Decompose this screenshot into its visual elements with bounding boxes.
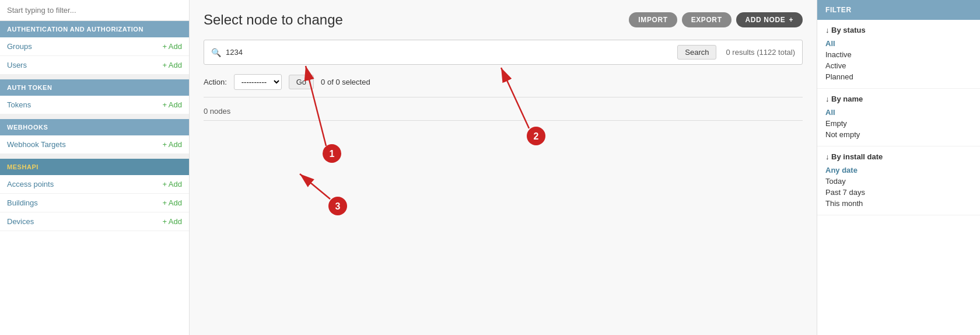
action-bar: Action: ---------- Go 0 of 0 selected <box>204 74 803 97</box>
search-input[interactable] <box>226 48 673 57</box>
sidebar-item-groups: Groups + Add <box>0 37 189 56</box>
filter-install-date-past7[interactable]: Past 7 days <box>825 187 972 198</box>
filter-status-arrow-icon: ↓ By status <box>825 26 866 34</box>
filter-name-arrow-icon: ↓ By name <box>825 95 863 103</box>
filter-status-planned[interactable]: Planned <box>825 71 972 82</box>
filter-name-empty[interactable]: Empty <box>825 118 972 129</box>
header-buttons: IMPORT EXPORT ADD NODE + <box>629 12 803 27</box>
action-label: Action: <box>204 78 227 86</box>
search-icon: 🔍 <box>211 48 221 57</box>
svg-text:2: 2 <box>534 131 539 141</box>
svg-point-6 <box>527 127 545 145</box>
sidebar-section-auth: AUTHENTICATION AND AUTHORIZATION <box>0 21 189 37</box>
results-count: 0 nodes <box>204 107 803 121</box>
sidebar-divider-1 <box>0 75 189 79</box>
main-content-area: Select node to change IMPORT EXPORT ADD … <box>190 0 817 335</box>
search-results-text: 0 results (1122 total) <box>726 48 795 57</box>
sidebar-divider-2 <box>0 114 189 119</box>
sidebar-item-users-add[interactable]: + Add <box>162 61 182 69</box>
sidebar-section-auth-token: AUTH TOKEN <box>0 79 189 96</box>
sidebar-item-devices-add[interactable]: + Add <box>162 217 182 226</box>
filter-by-status-title: ↓ By status <box>825 26 972 34</box>
sidebar-item-tokens-add[interactable]: + Add <box>162 100 182 109</box>
filter-status-inactive[interactable]: Inactive <box>825 49 972 60</box>
sidebar-filter-input[interactable] <box>0 0 189 21</box>
sidebar-item-groups-add[interactable]: + Add <box>162 42 182 51</box>
filter-section-status: ↓ By status All Inactive Active Planned <box>817 20 980 89</box>
svg-line-11 <box>300 174 330 199</box>
import-button[interactable]: IMPORT <box>629 12 677 27</box>
filter-by-name-title: ↓ By name <box>825 95 972 103</box>
sidebar-section-meshapi: MESHAPI <box>0 159 189 175</box>
sidebar-item-buildings-label[interactable]: Buildings <box>7 198 38 207</box>
sidebar-item-tokens: Tokens + Add <box>0 96 189 114</box>
sidebar-item-buildings: Buildings + Add <box>0 194 189 212</box>
filter-install-date-today[interactable]: Today <box>825 176 972 187</box>
filter-install-date-this-month[interactable]: This month <box>825 198 972 209</box>
sidebar-section-webhooks: WEBHOOKS <box>0 119 189 135</box>
filter-sidebar: FILTER ↓ By status All Inactive Active P… <box>817 0 980 335</box>
page-title: Select node to change <box>204 12 343 28</box>
page-header: Select node to change IMPORT EXPORT ADD … <box>204 12 803 28</box>
action-select[interactable]: ---------- <box>234 74 282 90</box>
filter-install-date-any[interactable]: Any date <box>825 165 972 176</box>
sidebar-item-users-label[interactable]: Users <box>7 61 27 69</box>
filter-install-date-arrow-icon: ↓ By install date <box>825 152 883 161</box>
svg-point-9 <box>328 197 347 215</box>
sidebar-item-webhook-targets: Webhook Targets + Add <box>0 135 189 154</box>
sidebar-item-groups-label[interactable]: Groups <box>7 42 32 51</box>
search-button[interactable]: Search <box>677 45 716 60</box>
selected-count: 0 of 0 selected <box>321 78 370 86</box>
filter-header: FILTER <box>817 0 980 20</box>
sidebar-item-access-points-add[interactable]: + Add <box>162 180 182 189</box>
sidebar-item-webhook-targets-add[interactable]: + Add <box>162 140 182 149</box>
sidebar-item-tokens-label[interactable]: Tokens <box>7 100 31 109</box>
sidebar-item-users: Users + Add <box>0 56 189 75</box>
search-bar: 🔍 Search 0 results (1122 total) <box>204 40 803 65</box>
sidebar-item-buildings-add[interactable]: + Add <box>162 198 182 207</box>
filter-status-all[interactable]: All <box>825 38 972 49</box>
sidebar-item-access-points: Access points + Add <box>0 175 189 194</box>
svg-text:3: 3 <box>335 201 341 211</box>
svg-point-3 <box>323 144 341 163</box>
sidebar-item-webhook-targets-label[interactable]: Webhook Targets <box>7 140 66 149</box>
sidebar-divider-3 <box>0 154 189 159</box>
filter-name-not-empty[interactable]: Not empty <box>825 129 972 140</box>
export-button[interactable]: EXPORT <box>682 12 732 27</box>
add-node-label: ADD NODE <box>746 16 786 24</box>
filter-section-install-date: ↓ By install date Any date Today Past 7 … <box>817 146 980 215</box>
add-node-icon: + <box>789 16 793 24</box>
search-annotation-container: 🔍 Search 0 results (1122 total) <box>204 40 803 65</box>
main-content: Select node to change IMPORT EXPORT ADD … <box>190 0 817 335</box>
sidebar-item-access-points-label[interactable]: Access points <box>7 180 54 189</box>
filter-name-all[interactable]: All <box>825 107 972 118</box>
filter-status-active[interactable]: Active <box>825 60 972 71</box>
sidebar: AUTHENTICATION AND AUTHORIZATION Groups … <box>0 0 190 335</box>
svg-text:1: 1 <box>330 149 335 159</box>
add-node-button[interactable]: ADD NODE + <box>736 12 803 27</box>
sidebar-item-devices: Devices + Add <box>0 212 189 231</box>
filter-section-name: ↓ By name All Empty Not empty <box>817 89 980 146</box>
filter-by-install-date-title: ↓ By install date <box>825 152 972 161</box>
sidebar-item-devices-label[interactable]: Devices <box>7 217 34 226</box>
go-button[interactable]: Go <box>289 75 314 89</box>
